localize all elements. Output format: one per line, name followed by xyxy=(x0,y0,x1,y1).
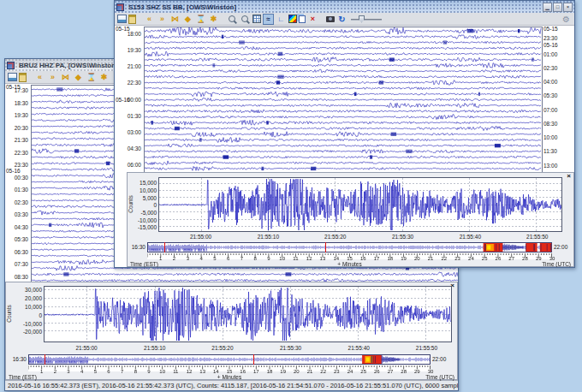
y-tick-label: -20,000 xyxy=(13,329,42,335)
inset-close-icon[interactable]: × xyxy=(567,173,571,180)
remove-view-icon[interactable]: × xyxy=(307,14,318,25)
s153-titlebar[interactable]: S153 SHZ SS BB, [OWS\Winston] ▁□× xyxy=(115,1,574,13)
slider-thumb[interactable] xyxy=(359,15,365,23)
minutes-axis-label: + Minutes xyxy=(217,374,241,380)
y-axis-label: Counts xyxy=(6,301,12,327)
heli-time-label: 03:30 xyxy=(5,211,28,217)
minute-tick-label: 10 xyxy=(279,256,285,261)
strip-start-time: 16:30 xyxy=(6,356,27,362)
minimize-button[interactable]: ▁ xyxy=(543,3,552,12)
scroll-forward-icon[interactable]: » xyxy=(157,14,168,25)
scroll-back-icon[interactable]: « xyxy=(34,72,45,83)
maximize-button[interactable]: □ xyxy=(553,3,562,12)
minute-tick-label: 25 xyxy=(360,369,366,374)
toolbar-separator xyxy=(28,72,33,83)
heli-time-label: 04:30 xyxy=(5,224,28,230)
minute-tick-label: 18 xyxy=(267,369,273,374)
minute-tick-label: 5 xyxy=(213,256,216,261)
heli-time-label: 01:00 xyxy=(543,51,572,57)
window-icon xyxy=(7,62,15,69)
x-tick-label: 21:55:20 xyxy=(211,345,233,351)
amplitude-slider[interactable] xyxy=(349,14,383,25)
s153-helicorder-window: S153 SHZ SS BB, [OWS\Winston] ▁□× «»⋈◆⌛✱… xyxy=(114,0,575,268)
y-tick-label: -5,000 xyxy=(128,210,157,216)
minute-tick-label: 26 xyxy=(374,369,380,374)
last-day-icon[interactable]: ⌛ xyxy=(195,14,206,25)
grid-view-icon[interactable] xyxy=(252,15,261,23)
scroll-back-icon[interactable]: « xyxy=(144,14,155,25)
waveform-plot[interactable] xyxy=(158,177,562,232)
y-tick-label: 10,000 xyxy=(128,187,157,193)
expand-time-icon[interactable]: ◆ xyxy=(73,72,84,83)
clipboard-icon[interactable] xyxy=(19,73,27,82)
spectrogram-view-icon[interactable] xyxy=(288,15,297,23)
heli-time-label: 00:00 xyxy=(115,97,141,103)
timezone-left-label: Time (EST) xyxy=(9,374,37,380)
minute-tick-label: 20 xyxy=(414,256,420,261)
settings-gear-icon[interactable]: ⚙ xyxy=(561,14,572,25)
minute-tick-label: 18 xyxy=(387,256,393,261)
minute-tick-label: 28 xyxy=(401,369,407,374)
compress-time-icon[interactable]: ⋈ xyxy=(169,14,181,25)
timezone-right-label: Time (UTC) xyxy=(425,374,454,380)
open-wave-source-icon[interactable] xyxy=(117,15,127,23)
minute-tick-label: 17 xyxy=(253,369,259,374)
minute-tick-label: 6 xyxy=(227,256,229,261)
waveform-canvas[interactable] xyxy=(45,287,451,342)
strip-end-time: 22:00 xyxy=(554,244,567,250)
minute-tick-label: 3 xyxy=(67,369,69,374)
open-wave-source-icon[interactable] xyxy=(8,73,17,81)
waveform-plot[interactable] xyxy=(44,286,452,342)
heli-time-label: 01:30 xyxy=(115,113,141,119)
minute-tick-label: 17 xyxy=(374,256,380,261)
waveform-canvas[interactable] xyxy=(159,178,561,231)
minute-tick-label: 11 xyxy=(173,369,178,374)
y-tick-label: -10,000 xyxy=(13,321,42,327)
slider-track xyxy=(351,19,382,21)
minute-tick-label: 23 xyxy=(334,369,340,374)
heli-date-label: 05-16 xyxy=(6,168,21,174)
copy-view-icon[interactable] xyxy=(299,15,306,23)
heli-time-label: 00:30 xyxy=(5,175,28,181)
s153-helicorder-area[interactable]: ×Counts15,00010,0005,0000-5,000-10,000-1… xyxy=(115,26,574,267)
s153-toolbar: «»⋈◆⌛✱≈∟×↻⚙ xyxy=(115,13,574,26)
heli-time-label: 21:00 xyxy=(115,63,141,69)
y-tick-label: -15,000 xyxy=(128,224,157,230)
wave-view-icon[interactable]: ≈ xyxy=(263,14,274,25)
expand-time-icon[interactable]: ◆ xyxy=(182,14,193,25)
heli-settings-icon[interactable]: ✱ xyxy=(208,14,219,25)
toolbar-separator xyxy=(138,14,142,25)
heli-time-label: 08:30 xyxy=(5,274,28,280)
minute-tick-label: 2 xyxy=(173,256,175,261)
minute-tick-label: 24 xyxy=(347,369,353,374)
minute-tick-label: 12 xyxy=(187,369,193,374)
bru2-wave-inset-panel: ×Counts30,00020,00010,0000-10,000-20,000… xyxy=(5,282,458,380)
close-button[interactable]: × xyxy=(563,3,573,12)
heli-time-label: 19:30 xyxy=(115,47,141,53)
x-tick-label: 21:55:10 xyxy=(144,345,165,351)
minute-tick-label: 8 xyxy=(253,256,256,261)
scroll-forward-icon[interactable]: » xyxy=(47,72,58,83)
minute-tick-label: 29 xyxy=(414,369,420,374)
minute-tick-label: 28 xyxy=(522,256,528,261)
compress-time-icon[interactable]: ⋈ xyxy=(60,72,71,83)
strip-start-time: 16:30 xyxy=(128,244,146,250)
y-tick-label: 0 xyxy=(128,202,157,208)
y-tick-label: 0 xyxy=(13,312,42,318)
minute-tick-label: 2 xyxy=(54,369,56,374)
x-tick-label: 21:55:30 xyxy=(280,345,301,351)
capture-image-icon[interactable] xyxy=(326,16,335,22)
heli-settings-icon[interactable]: ✱ xyxy=(98,72,110,83)
spectra-view-icon[interactable]: ∟ xyxy=(276,14,287,25)
y-tick-label: 5,000 xyxy=(128,195,157,201)
heli-time-label: 18:30 xyxy=(5,100,28,106)
zoom-in-icon[interactable] xyxy=(227,14,238,25)
zoom-out-icon[interactable] xyxy=(240,14,251,25)
minute-tick-label: 5 xyxy=(94,369,97,374)
clipboard-icon[interactable] xyxy=(128,15,136,24)
minute-tick-label: 23 xyxy=(454,256,460,261)
refresh-icon[interactable]: ↻ xyxy=(336,14,347,25)
minute-tick-label: 27 xyxy=(388,369,394,374)
last-day-icon[interactable]: ⌛ xyxy=(86,72,97,83)
x-tick-label: 21:55:00 xyxy=(75,345,97,351)
